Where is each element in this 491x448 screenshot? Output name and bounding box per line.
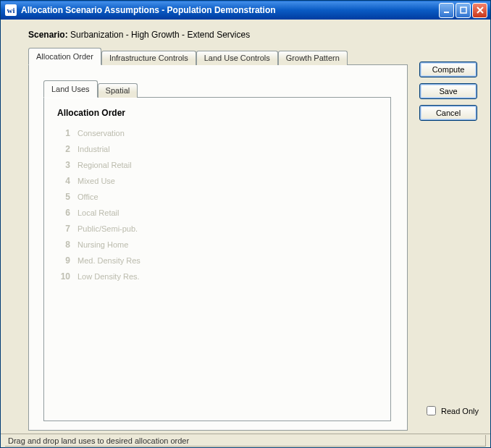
list-item[interactable]: 1Conservation <box>54 125 380 141</box>
item-num: 6 <box>54 208 70 218</box>
allocation-order-list: 1Conservation 2Industrial 3Regional Reta… <box>54 125 380 284</box>
outer-tabpanel: Land Uses Spatial Allocation Order 1Cons… <box>28 64 408 431</box>
minimize-icon <box>442 6 451 14</box>
item-num: 10 <box>54 271 70 282</box>
svg-rect-0 <box>444 12 449 13</box>
item-name: Low Density Res. <box>77 272 140 281</box>
scenario-row: Scenario: Surbanization - High Growth - … <box>28 30 482 40</box>
scenario-label: Scenario: <box>28 30 68 40</box>
item-name: Industrial <box>77 145 110 153</box>
tab-land-use-controls[interactable]: Land Use Controls <box>196 51 278 65</box>
scenario-value: Surbanization - High Growth - Extend Ser… <box>70 30 250 40</box>
cancel-button[interactable]: Cancel <box>419 105 477 121</box>
list-item[interactable]: 4Mixed Use <box>54 173 380 189</box>
item-name: Mixed Use <box>77 177 115 185</box>
outer-tabs: Allocation Order Infrastructure Controls… <box>28 47 408 431</box>
item-num: 9 <box>54 255 70 266</box>
read-only-row[interactable]: Read Only <box>424 404 479 418</box>
compute-button[interactable]: Compute <box>419 62 477 77</box>
statusbar: Drag and drop land uses to desired alloc… <box>1 434 490 447</box>
list-item[interactable]: 2Industrial <box>54 141 380 157</box>
list-item[interactable]: 6Local Retail <box>54 205 380 221</box>
item-num: 3 <box>54 160 70 170</box>
read-only-label: Read Only <box>441 407 479 415</box>
titlebar-buttons <box>439 3 487 18</box>
tab-spatial[interactable]: Spatial <box>98 83 138 98</box>
item-num: 4 <box>54 176 70 186</box>
maximize-icon <box>459 6 468 14</box>
list-item[interactable]: 3Regional Retail <box>54 157 380 173</box>
outer-tabstrip: Allocation Order Infrastructure Controls… <box>28 47 408 64</box>
status-text: Drag and drop land uses to desired alloc… <box>5 435 486 447</box>
tab-infrastructure-controls[interactable]: Infrastructure Controls <box>101 51 196 65</box>
app-icon: wi <box>5 4 17 16</box>
item-name: Nursing Home <box>77 240 128 249</box>
allocation-order-header: Allocation Order <box>57 108 380 118</box>
save-button[interactable]: Save <box>419 83 477 99</box>
item-num: 7 <box>54 224 70 234</box>
item-name: Med. Density Res <box>77 256 140 265</box>
item-num: 1 <box>54 128 70 138</box>
svg-rect-1 <box>461 7 466 13</box>
list-item[interactable]: 8Nursing Home <box>54 237 380 253</box>
read-only-checkbox[interactable] <box>427 406 436 415</box>
titlebar[interactable]: wi Allocation Scenario Assumptions - Pop… <box>1 1 490 20</box>
inner-tabstrip: Land Uses Spatial <box>43 80 391 97</box>
minimize-button[interactable] <box>439 3 454 18</box>
item-name: Public/Semi-pub. <box>77 224 138 233</box>
tab-growth-pattern[interactable]: Growth Pattern <box>278 51 348 65</box>
list-item[interactable]: 7Public/Semi-pub. <box>54 221 380 237</box>
item-num: 2 <box>54 144 70 154</box>
item-name: Office <box>77 193 98 201</box>
window-title: Allocation Scenario Assumptions - Popula… <box>21 5 439 15</box>
close-icon <box>476 6 484 14</box>
tab-land-uses[interactable]: Land Uses <box>43 80 98 98</box>
side-buttons: Compute Save Cancel <box>419 62 477 121</box>
item-name: Regional Retail <box>77 161 132 169</box>
item-name: Conservation <box>77 129 125 138</box>
inner-tabpanel: Allocation Order 1Conservation 2Industri… <box>43 97 391 421</box>
close-button[interactable] <box>472 3 487 18</box>
list-item[interactable]: 5Office <box>54 189 380 205</box>
client-area: Scenario: Surbanization - High Growth - … <box>1 20 490 434</box>
item-num: 5 <box>54 192 70 202</box>
maximize-button[interactable] <box>456 3 471 18</box>
list-item[interactable]: 10Low Density Res. <box>54 269 380 284</box>
inner-tabs: Land Uses Spatial Allocation Order 1Cons… <box>43 80 391 421</box>
tab-allocation-order[interactable]: Allocation Order <box>28 48 101 65</box>
list-item[interactable]: 9Med. Density Res <box>54 253 380 269</box>
item-name: Local Retail <box>77 208 119 217</box>
item-num: 8 <box>54 240 70 250</box>
window: wi Allocation Scenario Assumptions - Pop… <box>0 0 491 448</box>
